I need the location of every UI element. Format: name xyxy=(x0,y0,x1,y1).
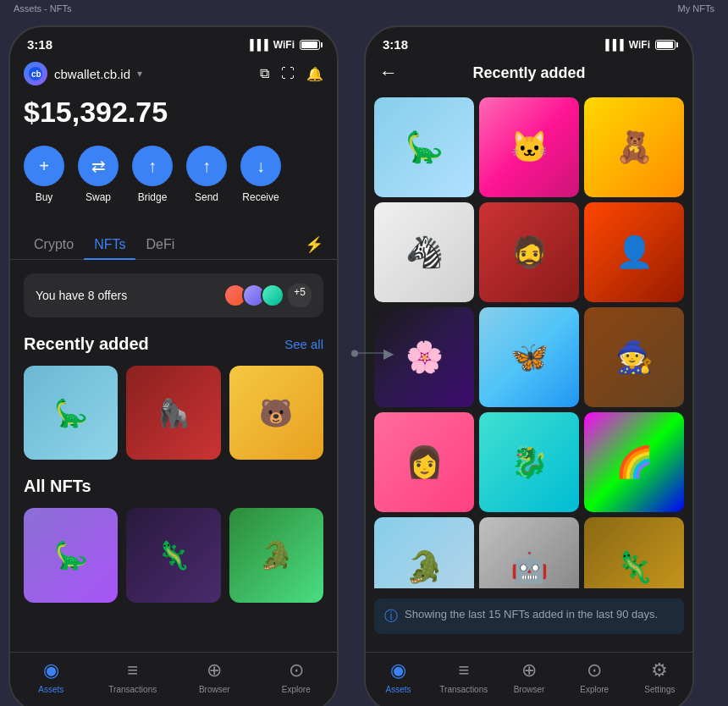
signal-icon: ▐▐▐ xyxy=(246,39,268,51)
status-icons-right: ▐▐▐ WiFi xyxy=(602,39,676,51)
nft-all-1[interactable]: 🦕 xyxy=(24,508,118,602)
nft-recent-1[interactable]: 🦕 xyxy=(24,366,118,460)
back-button[interactable]: ← xyxy=(379,62,398,84)
nav-explore[interactable]: ⊙ Explore xyxy=(256,659,338,694)
expand-icon[interactable]: ⛶ xyxy=(281,66,295,81)
bridge-icon: ↑ xyxy=(132,146,173,186)
grid-nft-15[interactable]: 🦎 xyxy=(584,517,684,588)
grid-nft-10[interactable]: 👩 xyxy=(374,412,474,512)
screenshot-container: Assets - NFTs My NFTs 3:18 ▐▐▐ WiFi cb xyxy=(0,0,728,706)
grid-nft-6[interactable]: 👤 xyxy=(584,202,684,302)
bottom-nav-left: ◉ Assets ≡ Transactions ⊕ Browser ⊙ Expl… xyxy=(10,652,337,706)
transactions-icon-right: ≡ xyxy=(458,659,469,681)
balance: $15,392.75 xyxy=(24,96,323,129)
nav-assets[interactable]: ◉ Assets xyxy=(10,659,92,694)
nft-recent-2[interactable]: 🦍 xyxy=(126,366,220,460)
transactions-icon: ≡ xyxy=(127,659,138,681)
browser-icon: ⊕ xyxy=(207,659,222,681)
browser-label: Browser xyxy=(199,685,230,694)
arrow-connector: ▶ xyxy=(351,345,394,361)
send-icon: ↑ xyxy=(186,146,227,186)
avatar: cb xyxy=(24,62,47,85)
right-page-title: Recently added xyxy=(411,64,647,82)
settings-icon-right: ⚙ xyxy=(651,659,668,681)
grid-nft-8[interactable]: 🦋 xyxy=(479,307,579,407)
battery-icon-right xyxy=(655,40,676,50)
assets-label-right: Assets xyxy=(386,685,411,694)
browser-label-right: Browser xyxy=(514,685,545,694)
grid-nft-1[interactable]: 🦕 xyxy=(374,97,474,197)
swap-label: Swap xyxy=(85,191,111,203)
arrow-dot xyxy=(351,350,358,356)
all-nfts-row: 🦕 🦎 🐊 xyxy=(10,508,337,602)
grid-nft-13[interactable]: 🐊 xyxy=(374,517,474,588)
grid-nft-4[interactable]: 🦓 xyxy=(374,202,474,302)
wallet-header: cb cbwallet.cb.id ▾ ⧉ ⛶ 🔔 $15,392.75 + B… xyxy=(10,55,337,230)
status-bar-right: 3:18 ▐▐▐ WiFi xyxy=(366,27,692,55)
nav-settings-right[interactable]: ⚙ Settings xyxy=(627,659,692,694)
right-phone: 3:18 ▐▐▐ WiFi ← Recently added 🦕 🐱 🧸 🦓 🧔… xyxy=(364,25,694,706)
info-icon: ⓘ xyxy=(384,608,398,626)
tab-defi[interactable]: DeFi xyxy=(135,230,185,259)
bridge-label: Bridge xyxy=(138,191,168,203)
time-right: 3:18 xyxy=(383,37,408,52)
right-header: ← Recently added xyxy=(366,55,692,97)
recently-added-title: Recently added xyxy=(24,334,149,354)
grid-nft-5[interactable]: 🧔 xyxy=(479,202,579,302)
recently-added-header: Recently added See all xyxy=(10,334,337,354)
left-phone: 3:18 ▐▐▐ WiFi cb cbwallet.cb.id ▾ ⧉ xyxy=(8,25,339,706)
receive-icon: ↓ xyxy=(240,146,281,186)
explore-label: Explore xyxy=(282,685,311,694)
receive-button[interactable]: ↓ Receive xyxy=(240,146,281,203)
grid-nft-11[interactable]: 🐉 xyxy=(479,412,579,512)
see-all-button[interactable]: See all xyxy=(284,337,323,351)
tab-nfts[interactable]: NFTs xyxy=(84,230,135,259)
status-bar-left: 3:18 ▐▐▐ WiFi xyxy=(10,27,337,55)
tabs: Crypto NFTs DeFi ⚡ xyxy=(10,230,337,260)
explore-icon-right: ⊙ xyxy=(587,659,602,681)
grid-nft-9[interactable]: 🧙 xyxy=(584,307,684,407)
filter-icon[interactable]: ⚡ xyxy=(305,235,323,254)
grid-nft-2[interactable]: 🐱 xyxy=(479,97,579,197)
time-left: 3:18 xyxy=(27,37,52,52)
nav-browser-right[interactable]: ⊕ Browser xyxy=(496,659,561,694)
bridge-button[interactable]: ↑ Bridge xyxy=(132,146,173,203)
buy-label: Buy xyxy=(36,191,53,203)
swap-icon: ⇄ xyxy=(78,146,119,186)
nav-transactions[interactable]: ≡ Transactions xyxy=(92,659,174,694)
swap-button[interactable]: ⇄ Swap xyxy=(78,146,119,203)
bell-icon[interactable]: 🔔 xyxy=(306,66,323,82)
nft-recent-3[interactable]: 🐻 xyxy=(229,366,323,460)
tab-crypto[interactable]: Crypto xyxy=(24,230,84,259)
nft-all-3[interactable]: 🐊 xyxy=(229,508,323,602)
battery-icon xyxy=(300,40,320,50)
grid-nft-14[interactable]: 🤖 xyxy=(479,517,579,588)
header-icons: ⧉ ⛶ 🔔 xyxy=(260,66,323,82)
info-banner: ⓘ Showing the last 15 NFTs added in the … xyxy=(374,598,684,634)
grid-nft-3[interactable]: 🧸 xyxy=(584,97,684,197)
offers-banner[interactable]: You have 8 offers +5 xyxy=(24,273,323,317)
wallet-account[interactable]: cb cbwallet.cb.id ▾ ⧉ ⛶ 🔔 xyxy=(24,62,323,85)
copy-icon[interactable]: ⧉ xyxy=(260,66,269,81)
cb-logo: cb xyxy=(28,66,43,81)
browser-icon-right: ⊕ xyxy=(521,659,537,681)
send-label: Send xyxy=(195,191,218,203)
all-nfts-title: All NFTs xyxy=(24,477,91,496)
nav-assets-right[interactable]: ◉ Assets xyxy=(366,659,431,694)
nav-transactions-right[interactable]: ≡ Transactions xyxy=(431,659,496,694)
send-button[interactable]: ↑ Send xyxy=(186,146,227,203)
account-name: cbwallet.cb.id xyxy=(54,67,130,81)
buy-icon: + xyxy=(24,146,64,186)
offer-avatar-3 xyxy=(261,284,284,307)
buy-button[interactable]: + Buy xyxy=(24,146,64,203)
nav-explore-right[interactable]: ⊙ Explore xyxy=(562,659,627,694)
transactions-label-right: Transactions xyxy=(439,685,488,694)
arrow-head: ▶ xyxy=(383,345,394,361)
all-nfts-header: All NFTs xyxy=(10,477,337,496)
nav-browser[interactable]: ⊕ Browser xyxy=(174,659,256,694)
grid-nft-12[interactable]: 🌈 xyxy=(584,412,684,512)
nft-all-2[interactable]: 🦎 xyxy=(126,508,220,602)
assets-label: Assets xyxy=(38,685,63,694)
wifi-icon-right: WiFi xyxy=(629,39,650,51)
nft-grid: 🦕 🐱 🧸 🦓 🧔 👤 🌸 🦋 🧙 👩 🐉 🌈 🐊 🤖 🦎 xyxy=(366,97,692,588)
